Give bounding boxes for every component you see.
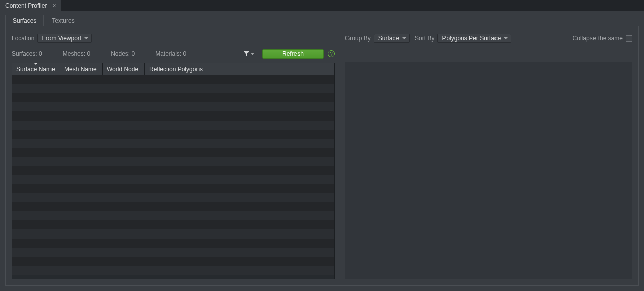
close-icon[interactable]: × [51, 3, 57, 9]
right-pane: Group By Surface Sort By Polygons Per Su… [345, 32, 632, 279]
sort-by-dropdown[interactable]: Polygons Per Surface [437, 34, 511, 43]
collapse-label: Collapse the same [573, 35, 623, 42]
table-row[interactable] [12, 93, 334, 102]
chevron-down-icon [251, 53, 254, 55]
tab-label: Textures [52, 17, 74, 24]
collapse-checkbox[interactable] [626, 35, 632, 42]
stat-surfaces: Surfaces: 0 [12, 50, 42, 57]
location-dropdown[interactable]: From Viewport [37, 34, 92, 43]
location-value: From Viewport [42, 35, 81, 42]
table-row[interactable] [12, 84, 334, 93]
table-row[interactable] [12, 184, 334, 193]
table-row[interactable] [12, 248, 334, 257]
table-row[interactable] [12, 220, 334, 229]
table-row[interactable] [12, 130, 334, 139]
table-row[interactable] [12, 257, 334, 266]
col-surface-name[interactable]: Surface Name [12, 63, 60, 75]
left-pane: Location From Viewport Surfaces: 0 Meshe… [12, 32, 335, 279]
table-row[interactable] [12, 139, 334, 148]
table-row[interactable] [12, 111, 334, 121]
table-header-row: Surface Name Mesh Name World Node Reflec… [12, 63, 334, 75]
col-reflection-polygons[interactable]: Reflection Polygons [145, 63, 334, 75]
table-row[interactable] [12, 229, 334, 239]
tab-bar: Surfaces Textures [0, 11, 644, 26]
sort-by-label: Sort By [415, 35, 434, 42]
refresh-button[interactable]: Refresh [262, 49, 324, 59]
table-row[interactable] [12, 166, 334, 175]
table-row[interactable] [12, 75, 334, 84]
table-row[interactable] [12, 175, 334, 184]
window-tab-bar: Content Profiler × [0, 0, 644, 11]
table-body[interactable] [12, 75, 334, 279]
tab-label: Surfaces [13, 17, 36, 24]
filter-button[interactable] [240, 51, 257, 57]
table-row[interactable] [12, 121, 334, 130]
group-by-label: Group By [345, 35, 371, 42]
tab-textures[interactable]: Textures [44, 15, 82, 26]
stat-meshes: Meshes: 0 [63, 50, 90, 57]
table-row[interactable] [12, 239, 334, 248]
chevron-down-icon [402, 37, 406, 39]
stat-nodes: Nodes: 0 [111, 50, 135, 57]
chevron-down-icon [504, 37, 508, 39]
col-mesh-name[interactable]: Mesh Name [60, 63, 103, 75]
location-label: Location [12, 35, 34, 42]
help-icon[interactable]: ? [328, 50, 335, 57]
sort-indicator-icon [34, 63, 38, 65]
tab-surfaces[interactable]: Surfaces [5, 15, 44, 26]
window-tab-label: Content Profiler [5, 2, 47, 9]
table-row[interactable] [12, 202, 334, 211]
table-row[interactable] [12, 102, 334, 111]
window-tab-content-profiler[interactable]: Content Profiler × [0, 0, 61, 11]
stat-materials: Materials: 0 [155, 50, 186, 57]
filter-icon [243, 51, 250, 57]
chevron-down-icon [84, 37, 88, 39]
surfaces-table: Surface Name Mesh Name World Node Reflec… [12, 63, 335, 279]
table-row[interactable] [12, 266, 334, 275]
group-by-dropdown[interactable]: Surface [374, 34, 410, 43]
col-world-node[interactable]: World Node [103, 63, 145, 75]
table-row[interactable] [12, 148, 334, 157]
table-row[interactable] [12, 157, 334, 166]
table-row[interactable] [12, 193, 334, 202]
detail-panel [345, 62, 632, 279]
table-row[interactable] [12, 211, 334, 220]
